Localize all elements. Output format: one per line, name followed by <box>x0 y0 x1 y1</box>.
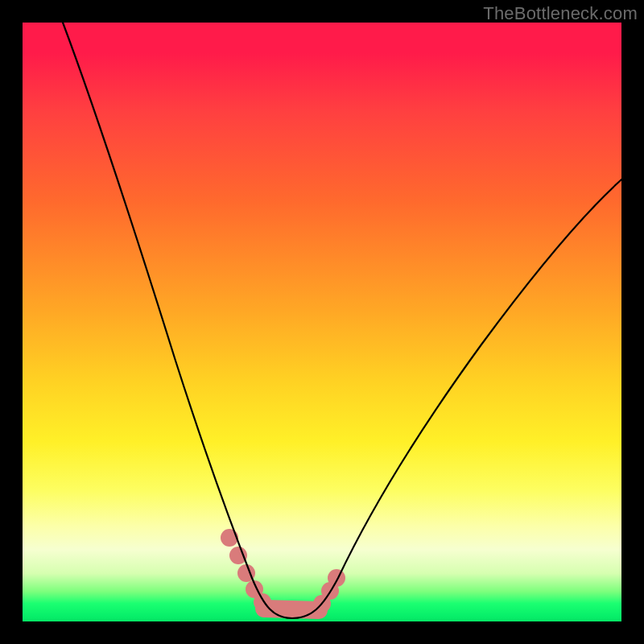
svg-point-7 <box>328 569 345 587</box>
chart-svg <box>23 23 621 621</box>
svg-point-1 <box>229 547 247 564</box>
optimal-range-highlight <box>221 529 345 613</box>
watermark-text: TheBottleneck.com <box>483 3 638 24</box>
chart-frame: TheBottleneck.com <box>0 0 644 644</box>
plot-area <box>23 23 621 621</box>
bottleneck-curve-path <box>63 23 621 618</box>
svg-point-0 <box>221 529 238 547</box>
